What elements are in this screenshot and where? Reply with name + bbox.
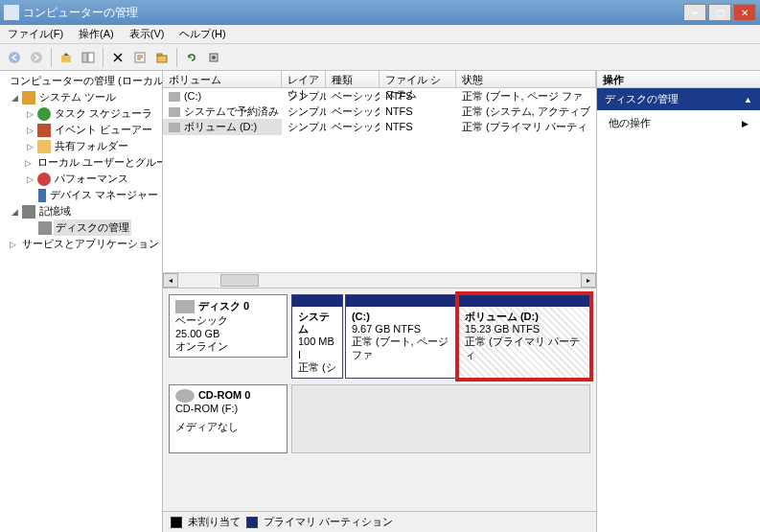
scroll-left-button[interactable]: ◂	[163, 273, 178, 288]
collapse-icon[interactable]: ◢	[10, 93, 20, 103]
svg-rect-2	[61, 56, 71, 62]
settings-button[interactable]	[203, 47, 224, 68]
menu-help[interactable]: ヘルプ(H)	[175, 25, 229, 43]
menu-file[interactable]: ファイル(F)	[4, 25, 67, 43]
svg-rect-4	[88, 53, 94, 62]
toolbar	[0, 44, 760, 71]
properties-button[interactable]	[129, 47, 150, 68]
actions-section-disk-management[interactable]: ディスクの管理 ▲	[597, 88, 760, 110]
volume-icon	[169, 92, 180, 102]
volume-row[interactable]: システムで予約済み シンプル ベーシック NTFS 正常 (システム, アクティ…	[163, 104, 596, 119]
tree-system-tools[interactable]: ◢システム ツール	[2, 89, 160, 105]
tree-shared-folders[interactable]: ▷共有フォルダー	[2, 138, 160, 154]
expand-icon[interactable]: ▷	[25, 109, 35, 119]
col-layout[interactable]: レイアウト	[282, 71, 326, 87]
folder-icon	[37, 140, 51, 153]
window-titlebar: コンピューターの管理 ━ ▢ ✕	[0, 0, 760, 25]
tree-root[interactable]: コンピューターの管理 (ローカル)	[2, 73, 160, 89]
window-title: コンピューターの管理	[23, 5, 683, 21]
open-button[interactable]	[151, 47, 173, 68]
scroll-thumb[interactable]	[220, 274, 259, 287]
tree-storage[interactable]: ◢記憶域	[2, 203, 160, 220]
actions-header: 操作	[597, 71, 760, 88]
menu-view[interactable]: 表示(V)	[126, 25, 169, 43]
minimize-button[interactable]: ━	[683, 4, 706, 21]
cdrom-icon	[175, 389, 195, 403]
expand-icon[interactable]: ▷	[25, 174, 35, 184]
volume-row[interactable]: ボリューム (D:) シンプル ベーシック NTFS 正常 (プライマリ パーテ…	[163, 119, 596, 134]
menubar: ファイル(F) 操作(A) 表示(V) ヘルプ(H)	[0, 25, 760, 44]
tools-icon	[22, 91, 35, 104]
disk-graphical-view: ディスク 0 ベーシック 25.00 GB オンライン システム100 MB I…	[163, 288, 596, 511]
expand-icon[interactable]: ▷	[25, 126, 35, 135]
svg-rect-7	[157, 54, 162, 56]
partition-d[interactable]: ボリューム (D:)15.23 GB NTFS正常 (プライマリ パーティ	[458, 294, 590, 379]
col-filesystem[interactable]: ファイル システム	[380, 71, 456, 87]
volume-list-header: ボリューム レイアウト 種類 ファイル システム 状態	[163, 71, 596, 88]
legend-label-unallocated: 未割り当て	[188, 515, 241, 529]
legend-label-primary: プライマリ パーティション	[264, 515, 393, 529]
svg-rect-3	[82, 53, 87, 62]
legend-swatch-unallocated	[171, 517, 182, 528]
forward-button[interactable]	[26, 47, 47, 68]
menu-action[interactable]: 操作(A)	[75, 25, 118, 43]
partition-c[interactable]: (C:)9.67 GB NTFS正常 (ブート, ページ ファ	[345, 294, 456, 379]
cdrom-empty	[291, 384, 590, 453]
volume-row[interactable]: (C:) シンプル ベーシック NTFS 正常 (ブート, ページ ファ	[163, 88, 596, 104]
back-button[interactable]	[4, 47, 25, 68]
col-type[interactable]: 種類	[326, 71, 380, 87]
svg-point-1	[31, 52, 42, 63]
refresh-button[interactable]	[181, 47, 202, 68]
volume-icon	[169, 123, 180, 132]
volume-list[interactable]: ボリューム レイアウト 種類 ファイル システム 状態 (C:) シンプル ベー…	[163, 71, 596, 288]
content-pane: ボリューム レイアウト 種類 ファイル システム 状態 (C:) シンプル ベー…	[163, 71, 597, 532]
tree-task-scheduler[interactable]: ▷タスク スケジューラ	[2, 105, 160, 122]
arrow-right-icon: ▶	[742, 119, 748, 128]
expand-icon[interactable]: ▷	[25, 142, 35, 151]
col-status[interactable]: 状態	[456, 71, 596, 87]
tree-device-manager[interactable]: デバイス マネージャー	[2, 187, 160, 203]
col-volume[interactable]: ボリューム	[163, 71, 282, 87]
disk-icon	[175, 300, 195, 313]
tree-local-users[interactable]: ▷ローカル ユーザーとグループ	[2, 154, 160, 171]
tree-event-viewer[interactable]: ▷イベント ビューアー	[2, 122, 160, 138]
actions-more-link[interactable]: 他の操作 ▶	[597, 110, 760, 136]
actions-pane: 操作 ディスクの管理 ▲ 他の操作 ▶	[597, 71, 760, 532]
device-manager-icon	[38, 189, 46, 202]
app-icon	[4, 5, 19, 20]
scroll-right-button[interactable]: ▸	[581, 273, 596, 288]
navigation-tree[interactable]: コンピューターの管理 (ローカル) ◢システム ツール ▷タスク スケジューラ …	[0, 71, 163, 532]
disk-row-0: ディスク 0 ベーシック 25.00 GB オンライン システム100 MB I…	[169, 294, 590, 379]
chevron-up-icon: ▲	[744, 95, 752, 104]
expand-icon[interactable]: ▷	[10, 240, 16, 249]
legend-swatch-primary	[246, 517, 258, 528]
disk-0-info[interactable]: ディスク 0 ベーシック 25.00 GB オンライン	[169, 294, 288, 358]
performance-icon	[37, 173, 51, 186]
cdrom-info[interactable]: CD-ROM 0 CD-ROM (F:) メディアなし	[169, 384, 288, 453]
tree-performance[interactable]: ▷パフォーマンス	[2, 171, 160, 187]
horizontal-scrollbar[interactable]: ◂ ▸	[163, 272, 596, 288]
volume-icon	[169, 107, 180, 117]
svg-point-9	[212, 56, 216, 59]
close-button[interactable]: ✕	[733, 4, 756, 21]
event-icon	[37, 124, 51, 137]
partition-system-reserved[interactable]: システム100 MB I正常 (シ	[291, 294, 343, 379]
svg-rect-6	[157, 56, 167, 62]
collapse-icon[interactable]: ◢	[10, 207, 20, 217]
delete-button[interactable]	[107, 47, 128, 68]
up-button[interactable]	[56, 47, 77, 68]
disk-row-cdrom: CD-ROM 0 CD-ROM (F:) メディアなし	[169, 384, 590, 453]
tree-disk-management[interactable]: ディスクの管理	[2, 220, 160, 236]
svg-point-0	[9, 52, 20, 63]
disk-icon	[38, 221, 52, 235]
storage-icon	[22, 205, 35, 219]
maximize-button[interactable]: ▢	[708, 4, 731, 21]
tree-services-apps[interactable]: ▷サービスとアプリケーション	[2, 236, 160, 252]
clock-icon	[37, 107, 51, 121]
legend: 未割り当て プライマリ パーティション	[163, 511, 596, 532]
show-hide-tree-button[interactable]	[78, 47, 99, 68]
expand-icon[interactable]: ▷	[25, 158, 32, 168]
